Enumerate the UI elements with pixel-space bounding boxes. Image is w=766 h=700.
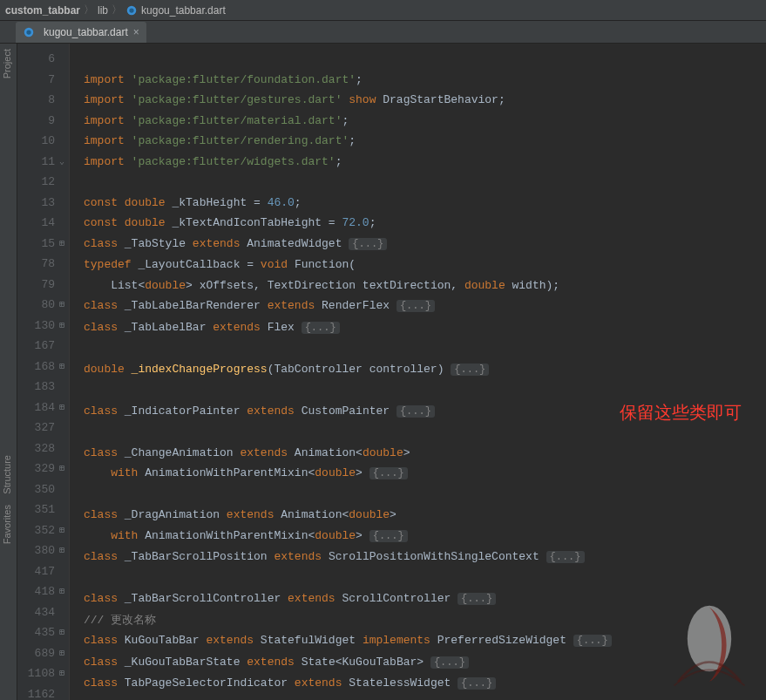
line-number[interactable]: 352	[17, 520, 55, 541]
line-number[interactable]: 79	[17, 275, 55, 296]
line-number[interactable]: 78	[17, 254, 55, 275]
folded-region[interactable]: {...}	[546, 551, 585, 563]
line-number[interactable]: 184	[17, 398, 55, 418]
line-number[interactable]: 7	[17, 70, 55, 91]
tool-structure[interactable]: Structure	[0, 450, 14, 500]
code-line[interactable]	[84, 695, 766, 701]
fold-toggle-icon[interactable]: ⊞	[57, 459, 67, 479]
fold-toggle-icon[interactable]: ⊞	[57, 663, 67, 684]
line-number[interactable]: 435	[17, 622, 55, 643]
code-line[interactable]: import 'package:flutter/widgets.dart';	[84, 152, 766, 173]
folded-region[interactable]: {...}	[458, 593, 496, 605]
line-number[interactable]: 8	[17, 90, 55, 111]
line-number[interactable]: 167	[17, 336, 55, 357]
folded-region[interactable]: {...}	[397, 300, 435, 312]
line-number[interactable]: 351	[17, 500, 55, 520]
line-number[interactable]: 417	[17, 561, 55, 582]
code-line[interactable]: with AnimationWithParentMixin<double> {.…	[84, 463, 766, 485]
code-line[interactable]	[84, 338, 766, 359]
fold-toggle-icon[interactable]: ⊞	[57, 540, 67, 561]
code-editor[interactable]: 6789101112131415787980130167168183184327…	[17, 44, 766, 700]
fold-toggle-icon[interactable]: ⊞	[57, 295, 67, 316]
folded-region[interactable]: {...}	[397, 405, 435, 418]
line-number[interactable]: 15	[17, 234, 55, 255]
line-number[interactable]: 328	[17, 438, 55, 459]
code-line[interactable]: with AnimationWithParentMixin<double> {.…	[84, 526, 766, 547]
code-line[interactable]: class _TabStyle extends AnimatedWidget {…	[84, 234, 766, 255]
code-line[interactable]	[84, 380, 766, 401]
line-number[interactable]: 12	[17, 172, 55, 193]
code-line[interactable]: class _TabBarScrollPosition extends Scro…	[84, 547, 766, 568]
line-number[interactable]: 9	[17, 111, 55, 132]
code-line[interactable]	[84, 422, 766, 443]
line-number[interactable]: 434	[17, 602, 55, 623]
line-number[interactable]: 11	[17, 152, 55, 173]
line-number[interactable]: 13	[17, 193, 55, 214]
tab-kugou-tabbar[interactable]: kugou_tabbar.dart ×	[16, 22, 146, 43]
code-line[interactable]: class TabPageSelectorIndicator extends S…	[84, 673, 766, 695]
folded-region[interactable]: {...}	[369, 530, 408, 542]
code-line[interactable]: const double _kTabHeight = 46.0;	[84, 193, 766, 214]
line-number[interactable]: 1108	[17, 663, 55, 684]
line-number[interactable]: 168	[17, 357, 55, 377]
code-line[interactable]: class KuGouTabBar extends StatefulWidget…	[84, 630, 766, 652]
folded-region[interactable]: {...}	[573, 635, 612, 647]
fold-toggle-icon[interactable]: ⊞	[57, 398, 67, 418]
code-line[interactable]	[84, 172, 766, 193]
line-number[interactable]: 183	[17, 377, 55, 398]
code-line[interactable]: class _TabLabelBarRenderer extends Rende…	[84, 296, 766, 317]
fold-toggle-icon[interactable]: ⊞	[57, 520, 67, 541]
line-number[interactable]: 350	[17, 479, 55, 500]
code-line[interactable]: import 'package:flutter/foundation.dart'…	[84, 70, 766, 91]
close-icon[interactable]: ×	[133, 26, 139, 38]
line-number[interactable]: 10	[17, 131, 55, 152]
code-line[interactable]: /// 更改名称	[84, 610, 766, 631]
code-line[interactable]	[84, 485, 766, 506]
fold-toggle-icon[interactable]: ⌄	[57, 152, 67, 173]
breadcrumb-project[interactable]: custom_tabbar	[5, 4, 80, 17]
fold-toggle-icon[interactable]: ⊞	[57, 581, 67, 602]
code-line[interactable]: double _indexChangeProgress(TabControlle…	[84, 359, 766, 381]
code-line[interactable]: class _TabBarScrollController extends Sc…	[84, 588, 766, 610]
line-number[interactable]: 80	[17, 295, 55, 316]
folded-region[interactable]: {...}	[458, 677, 496, 690]
line-gutter[interactable]: 6789101112131415787980130167168183184327…	[17, 44, 70, 700]
code-line[interactable]: import 'package:flutter/gestures.dart' s…	[84, 90, 766, 111]
line-number[interactable]: 14	[17, 213, 55, 234]
code-line[interactable]: typedef _LayoutCallback = void Function(	[84, 255, 766, 275]
folded-region[interactable]: {...}	[302, 322, 340, 334]
breadcrumb[interactable]: custom_tabbar 〉 lib 〉 kugou_tabbar.dart	[0, 0, 766, 21]
line-number[interactable]: 1162	[17, 684, 55, 701]
folded-region[interactable]: {...}	[369, 467, 408, 479]
code-line[interactable]: List<double> xOffsets, TextDirection tex…	[84, 275, 766, 296]
folded-region[interactable]: {...}	[349, 238, 387, 250]
fold-toggle-icon[interactable]: ⊞	[57, 357, 67, 377]
line-number[interactable]: 380	[17, 540, 55, 561]
line-number[interactable]: 130	[17, 316, 55, 336]
code-line[interactable]: class _ChangeAnimation extends Animation…	[84, 443, 766, 464]
tool-project[interactable]: Project	[0, 44, 14, 84]
fold-toggle-icon[interactable]: ⊞	[57, 316, 67, 336]
code-line[interactable]: class _DragAnimation extends Animation<d…	[84, 505, 766, 526]
line-number[interactable]: 6	[17, 49, 55, 70]
code-line[interactable]	[84, 568, 766, 589]
fold-toggle-icon[interactable]: ⊞	[57, 234, 67, 255]
code-line[interactable]: class _KuGouTabBarState extends State<Ku…	[84, 652, 766, 674]
folded-region[interactable]: {...}	[430, 656, 469, 669]
code-line[interactable]: class _TabLabelBar extends Flex {...}	[84, 317, 766, 339]
breadcrumb-file[interactable]: kugou_tabbar.dart	[125, 4, 226, 17]
code-line[interactable]: import 'package:flutter/material.dart';	[84, 111, 766, 132]
line-number[interactable]: 689	[17, 643, 55, 664]
code-line[interactable]: import 'package:flutter/rendering.dart';	[84, 131, 766, 152]
fold-toggle-icon[interactable]: ⊞	[57, 622, 67, 643]
code-line[interactable]	[84, 49, 766, 70]
tool-favorites[interactable]: Favorites	[0, 500, 14, 549]
line-number[interactable]: 327	[17, 418, 55, 438]
fold-toggle-icon[interactable]: ⊞	[57, 643, 67, 664]
code-area[interactable]: import 'package:flutter/foundation.dart'…	[70, 44, 766, 700]
folded-region[interactable]: {...}	[451, 364, 489, 376]
line-number[interactable]: 418	[17, 581, 55, 602]
code-line[interactable]: const double _kTextAndIconTabHeight = 72…	[84, 213, 766, 234]
breadcrumb-folder[interactable]: lib	[98, 4, 108, 17]
line-number[interactable]: 329	[17, 459, 55, 479]
